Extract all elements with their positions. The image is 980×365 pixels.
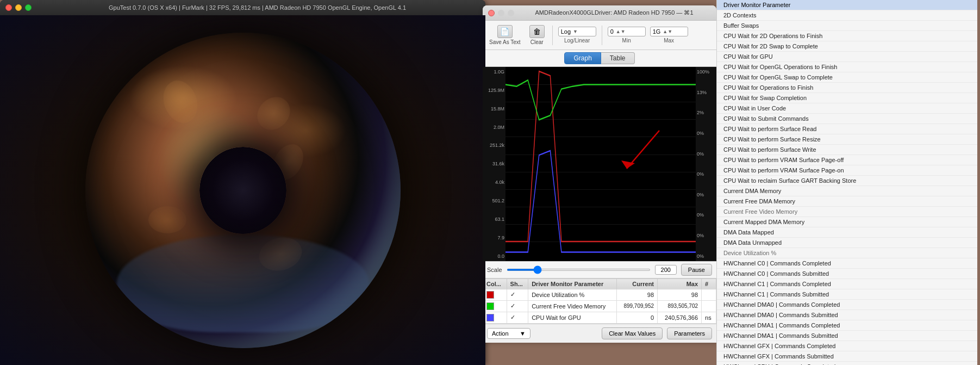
save-icon: 📄 — [497, 25, 513, 38]
param-item-hwchan-dma1-submitted[interactable]: HWChannel DMA1 | Commands Submitted — [717, 331, 977, 341]
r-label-9: 0% — [697, 253, 715, 259]
param-item-cpu-wait-user[interactable]: CPU Wait in User Code — [717, 103, 977, 114]
parameter-sidebar: Driver Monitor Parameter 2D Contexts Buf… — [716, 0, 977, 365]
max-select[interactable]: 1G ▲▼ — [650, 27, 688, 36]
param-label: CPU Wait in User Code — [723, 105, 786, 112]
param-item-buffer-swaps[interactable]: Buffer Swaps — [717, 21, 977, 31]
scale-area: Scale 200 Pause — [483, 261, 716, 279]
param-item-hwchan-c0-submitted[interactable]: HWChannel C0 | Commands Submitted — [717, 269, 977, 279]
param-item-cpu-wait-surface-write[interactable]: CPU Wait to perform Surface Write — [717, 145, 977, 155]
save-as-text-button[interactable]: 📄 Save As Text — [487, 24, 523, 46]
param-item-dma-mapped[interactable]: DMA Data Mapped — [717, 227, 977, 238]
max-value: 1G — [653, 28, 661, 35]
param-label: CPU Wait to Submit Commands — [723, 115, 809, 122]
param-item-cpu-wait-vram-off[interactable]: CPU Wait to perform VRAM Surface Page-of… — [717, 155, 977, 165]
param-item-cpu-wait-gl-swap[interactable]: CPU Wait for OpenGL Swap to Complete — [717, 72, 977, 83]
param-item-cpu-wait-gart[interactable]: CPU Wait to reclaim Surface GART Backing… — [717, 176, 977, 186]
param-item-hwchan-c1-submitted[interactable]: HWChannel C1 | Commands Submitted — [717, 289, 977, 300]
param-item-current-free-dma[interactable]: Current Free DMA Memory — [717, 196, 977, 207]
y-label-0: 1.0G — [484, 69, 504, 75]
param-item-cpu-wait-surface-resize[interactable]: CPU Wait to perform Surface Resize — [717, 134, 977, 145]
r-label-7: 0% — [697, 212, 715, 218]
param-label: HWChannel C0 | Commands Completed — [723, 260, 831, 267]
param-label: CPU Wait to perform VRAM Surface Page-of… — [723, 157, 844, 163]
amd-close-button[interactable] — [488, 10, 495, 16]
maximize-button[interactable] — [25, 4, 32, 11]
graph-toggle-button[interactable]: Graph — [564, 52, 601, 64]
table-body: ✓ Device Utilization % 98 98 ✓ Current F… — [483, 289, 716, 323]
param-item-hwchan-dma0-completed[interactable]: HWChannel DMA0 | Commands Completed — [717, 300, 977, 310]
row1-max: 98 — [658, 289, 702, 300]
row3-show: ✓ — [507, 312, 528, 323]
clear-max-values-button[interactable]: Clear Max Values — [602, 327, 663, 339]
param-label: HWChannel DMA0 | Commands Submitted — [723, 312, 838, 318]
graph-area: 1.0G 125.9M 15.8M 2.0M 251.2k 31.6k 4.0k… — [483, 67, 716, 261]
clear-button[interactable]: 🗑 Clear — [527, 24, 547, 46]
param-header-label: Driver Monitor Parameter — [723, 2, 790, 8]
param-label: HWChannel C0 | Commands Submitted — [723, 270, 829, 277]
param-item-cpu-wait-gpu[interactable]: CPU Wait for GPU — [717, 52, 977, 62]
param-label: CPU Wait to reclaim Surface GART Backing… — [723, 177, 856, 184]
y-label-10: 0.0 — [484, 253, 504, 259]
row3-current: 0 — [617, 312, 658, 323]
param-item-hwchan-dma0-submitted[interactable]: HWChannel DMA0 | Commands Submitted — [717, 310, 977, 320]
param-item-hwchan-c1-completed[interactable]: HWChannel C1 | Commands Completed — [717, 279, 977, 289]
param-item-cpu-wait-surface-read[interactable]: CPU Wait to perform Surface Read — [717, 124, 977, 134]
amd-maximize-button[interactable] — [508, 10, 514, 16]
close-button[interactable] — [5, 4, 12, 11]
param-label: CPU Wait to perform Surface Write — [723, 146, 816, 153]
param-item-current-free-video[interactable]: Current Free Video Memory — [717, 207, 977, 217]
param-label: HWChannel GFX | Commands Submitted — [723, 353, 834, 360]
pause-button[interactable]: Pause — [681, 264, 712, 276]
param-item-2d-contexts[interactable]: 2D Contexts — [717, 10, 977, 21]
param-item-cpu-wait-ops[interactable]: CPU Wait for Operations to Finish — [717, 83, 977, 93]
param-item-cpu-wait-submit[interactable]: CPU Wait to Submit Commands — [717, 114, 977, 124]
param-item-hwchan-spu-completed[interactable]: HWChannel SPU | Commands Completed — [717, 362, 977, 365]
action-select[interactable]: Action ▼ — [487, 328, 530, 339]
param-item-cpu-wait-2d-swap[interactable]: CPU Wait for 2D Swap to Complete — [717, 41, 977, 52]
param-item-header[interactable]: Driver Monitor Parameter — [717, 0, 977, 10]
param-item-device-util[interactable]: Device Utilization % — [717, 248, 977, 258]
r-label-8: 0% — [697, 233, 715, 238]
param-item-hwchan-c0-completed[interactable]: HWChannel C0 | Commands Completed — [717, 258, 977, 269]
furmark-donut — [85, 33, 401, 348]
table-toggle-button[interactable]: Table — [601, 52, 635, 64]
y-label-3: 2.0M — [484, 125, 504, 130]
param-label: HWChannel DMA1 | Commands Submitted — [723, 332, 838, 339]
minimize-button[interactable] — [15, 4, 22, 11]
param-label: CPU Wait for Operations to Finish — [723, 84, 813, 91]
r-label-0: 100% — [697, 69, 715, 75]
param-item-cpu-wait-2d-ops[interactable]: CPU Wait for 2D Operations to Finish — [717, 31, 977, 41]
param-label: Current DMA Memory — [723, 188, 781, 194]
amd-minimize-button[interactable] — [498, 10, 504, 16]
param-label: HWChannel GFX | Commands Completed — [723, 343, 835, 349]
y-label-2: 15.8M — [484, 106, 504, 112]
col-max: Max — [658, 279, 702, 289]
parameters-button[interactable]: Parameters — [667, 327, 712, 339]
param-item-dma-unmapped[interactable]: DMA Data Unmapped — [717, 238, 977, 248]
param-item-hwchan-gfx-completed[interactable]: HWChannel GFX | Commands Completed — [717, 341, 977, 351]
furmark-viewport — [0, 15, 485, 365]
row1-color — [483, 289, 507, 300]
param-item-cpu-wait-gl-ops[interactable]: CPU Wait for OpenGL Operations to Finish — [717, 62, 977, 72]
param-item-hwchan-dma1-completed[interactable]: HWChannel DMA1 | Commands Completed — [717, 320, 977, 331]
param-item-cpu-wait-vram-on[interactable]: CPU Wait to perform VRAM Surface Page-on — [717, 165, 977, 176]
scale-slider[interactable] — [507, 269, 651, 271]
clear-icon: 🗑 — [529, 25, 545, 38]
row3-color — [483, 312, 507, 323]
param-label: Current Free DMA Memory — [723, 198, 795, 205]
param-item-cpu-wait-swap[interactable]: CPU Wait for Swap Completion — [717, 93, 977, 103]
color-swatch-blue — [486, 314, 494, 321]
clear-label: Clear — [530, 39, 544, 45]
param-label: Device Utilization % — [723, 250, 776, 256]
y-axis-right-labels: 100% 13% 2% 0% 0% 0% 0% 0% 0% 0% — [696, 67, 716, 261]
checkmark-2: ✓ — [510, 302, 515, 309]
param-item-hwchan-gfx-submitted[interactable]: HWChannel GFX | Commands Submitted — [717, 351, 977, 362]
log-select[interactable]: Log ▼ — [558, 27, 596, 36]
param-item-current-mapped-dma[interactable]: Current Mapped DMA Memory — [717, 217, 977, 227]
checkmark-3: ✓ — [510, 314, 515, 320]
row2-current: 899,709,952 — [617, 300, 658, 312]
table-header: Col... Sh... Driver Monitor Parameter Cu… — [483, 279, 716, 289]
min-select[interactable]: 0 ▲▼ — [608, 27, 646, 36]
param-item-current-dma[interactable]: Current DMA Memory — [717, 186, 977, 196]
